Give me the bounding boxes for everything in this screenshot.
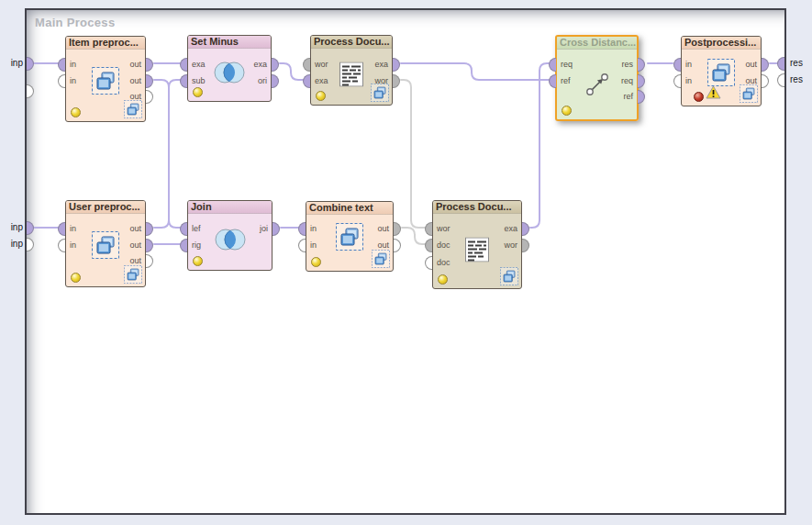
port-label: in bbox=[70, 59, 76, 70]
enter-subprocess-icon bbox=[500, 267, 518, 285]
status-ok-icon bbox=[562, 106, 572, 116]
port-join-in-lef[interactable] bbox=[180, 222, 187, 236]
operator-icon-wrap bbox=[214, 228, 247, 255]
wire-process-documents-1.exa-to-cross-distances.ref[interactable] bbox=[401, 63, 549, 80]
status-ok-icon bbox=[316, 91, 326, 101]
status-error-icon bbox=[694, 92, 704, 102]
port-process-documents-2-in-doc[interactable] bbox=[425, 256, 432, 270]
port-label: req bbox=[621, 75, 633, 86]
port-process-documents-1-in-wor[interactable] bbox=[303, 58, 310, 72]
enter-subprocess-icon-wrap bbox=[372, 250, 390, 268]
port-label: out bbox=[129, 240, 141, 251]
port-label: in bbox=[70, 223, 76, 234]
port-label: in bbox=[685, 59, 692, 70]
port-cross-distances-in-ref[interactable] bbox=[549, 74, 556, 88]
port-label: wor bbox=[437, 223, 450, 234]
enter-subprocess-icon bbox=[371, 84, 389, 102]
wire-combine-text.out1-to-process-documents-2.doc[interactable] bbox=[402, 228, 425, 244]
warning-icon bbox=[706, 85, 721, 99]
process-input-label: inp bbox=[2, 58, 23, 68]
port-process-documents-2-in-wor[interactable] bbox=[425, 222, 432, 236]
process-result-port-1[interactable] bbox=[777, 57, 784, 71]
port-label: ref bbox=[561, 75, 571, 86]
operator-user-preprocessing[interactable]: User preproc...ininoutoutout bbox=[65, 200, 146, 287]
port-label: wor bbox=[504, 240, 517, 251]
enter-subprocess-icon-wrap bbox=[124, 100, 142, 118]
port-set-minus-in-sub[interactable] bbox=[180, 74, 187, 88]
operator-title: Item preproc... bbox=[66, 37, 145, 50]
wire-process-documents-2.exa-to-cross-distances.req[interactable] bbox=[530, 63, 549, 228]
venn-diagram-icon bbox=[213, 61, 246, 84]
operator-title: Join bbox=[188, 201, 272, 214]
enter-subprocess-icon bbox=[372, 250, 390, 268]
port-process-documents-1-in-exa[interactable] bbox=[303, 74, 310, 88]
port-label: out bbox=[745, 59, 757, 70]
wire-process-documents-1.wor-to-process-documents-2.wor[interactable] bbox=[401, 80, 425, 228]
operator-icon-wrap bbox=[336, 223, 363, 254]
port-label: wor bbox=[315, 59, 328, 70]
wire-user-preprocessing.out1-to-set-minus.sub[interactable] bbox=[154, 80, 180, 228]
port-label: out bbox=[129, 223, 141, 234]
port-join-in-rig[interactable] bbox=[180, 239, 187, 252]
subprocess-icon bbox=[336, 223, 363, 251]
port-label: in bbox=[310, 240, 317, 251]
operator-item-preprocessing[interactable]: Item preproc...ininoutoutout bbox=[65, 36, 146, 122]
status-ok-icon bbox=[71, 107, 81, 117]
operator-join[interactable]: Joinlefrigjoi bbox=[187, 200, 273, 271]
venn-diagram-icon bbox=[214, 228, 247, 251]
port-combine-text-in-in[interactable] bbox=[298, 239, 306, 252]
enter-subprocess-icon bbox=[124, 265, 142, 284]
operator-process-documents-1[interactable]: Process Docu...worexaexawor bbox=[310, 35, 393, 106]
port-cross-distances-in-req[interactable] bbox=[549, 58, 556, 72]
port-label: res bbox=[621, 59, 633, 70]
operator-postprocessing[interactable]: Postprocessi...ininoutout bbox=[681, 36, 762, 106]
operator-icon-wrap bbox=[583, 70, 612, 103]
port-label: ori bbox=[258, 75, 267, 86]
operator-title: Cross Distanc... bbox=[557, 37, 637, 50]
port-set-minus-in-exa[interactable] bbox=[180, 58, 187, 72]
enter-subprocess-icon bbox=[124, 100, 142, 118]
operator-combine-text[interactable]: Combine textininoutout bbox=[306, 201, 394, 272]
port-user-preprocessing-in-in[interactable] bbox=[58, 222, 65, 236]
operator-process-documents-2[interactable]: Process Docu...wordocdocexawor bbox=[432, 200, 522, 289]
port-label: exa bbox=[253, 59, 267, 70]
port-label: in bbox=[70, 75, 76, 86]
port-postprocessing-in-in[interactable] bbox=[673, 74, 681, 88]
document-text-icon bbox=[465, 238, 489, 262]
port-process-documents-2-in-doc[interactable] bbox=[425, 239, 432, 252]
port-label: doc bbox=[437, 257, 450, 268]
wire-item-preprocessing.out2-to-join.lef[interactable] bbox=[154, 80, 180, 228]
enter-subprocess-icon-wrap bbox=[500, 267, 518, 285]
port-user-preprocessing-in-in[interactable] bbox=[58, 239, 65, 252]
operator-title: Set Minus bbox=[188, 36, 271, 49]
operator-icon-wrap bbox=[92, 231, 119, 262]
wire-set-minus.exa-to-process-documents-1.exa[interactable] bbox=[280, 63, 303, 80]
operator-title: Process Docu... bbox=[433, 201, 521, 214]
port-item-preprocessing-in-in[interactable] bbox=[58, 74, 65, 88]
port-label: in bbox=[310, 223, 317, 234]
port-label: in bbox=[685, 75, 692, 86]
operator-title: Process Docu... bbox=[311, 36, 392, 49]
port-label: out bbox=[377, 223, 389, 234]
operator-icon-wrap bbox=[465, 238, 489, 266]
port-combine-text-in-in[interactable] bbox=[298, 222, 306, 236]
status-ok-icon bbox=[438, 274, 448, 285]
operator-icon-wrap bbox=[339, 62, 363, 91]
operator-icon-wrap bbox=[92, 67, 119, 98]
port-label: out bbox=[129, 59, 141, 70]
operator-title: User preproc... bbox=[66, 201, 145, 214]
process-input-label: inp bbox=[2, 239, 23, 249]
port-item-preprocessing-in-in[interactable] bbox=[58, 58, 65, 72]
port-postprocessing-in-in[interactable] bbox=[673, 58, 681, 72]
operator-set-minus[interactable]: Set Minusexasubexaori bbox=[187, 35, 272, 102]
port-label: req bbox=[561, 59, 573, 70]
process-result-port-2[interactable] bbox=[777, 73, 784, 87]
port-label: rig bbox=[192, 240, 201, 251]
port-label: exa bbox=[315, 75, 328, 86]
enter-subprocess-icon-wrap bbox=[124, 265, 142, 284]
operator-icon-wrap bbox=[213, 61, 246, 88]
subprocess-icon bbox=[92, 231, 119, 259]
subprocess-icon bbox=[707, 59, 735, 86]
operator-cross-distances[interactable]: Cross Distanc...reqrefresreqref bbox=[555, 35, 639, 121]
port-label: exa bbox=[504, 223, 517, 234]
